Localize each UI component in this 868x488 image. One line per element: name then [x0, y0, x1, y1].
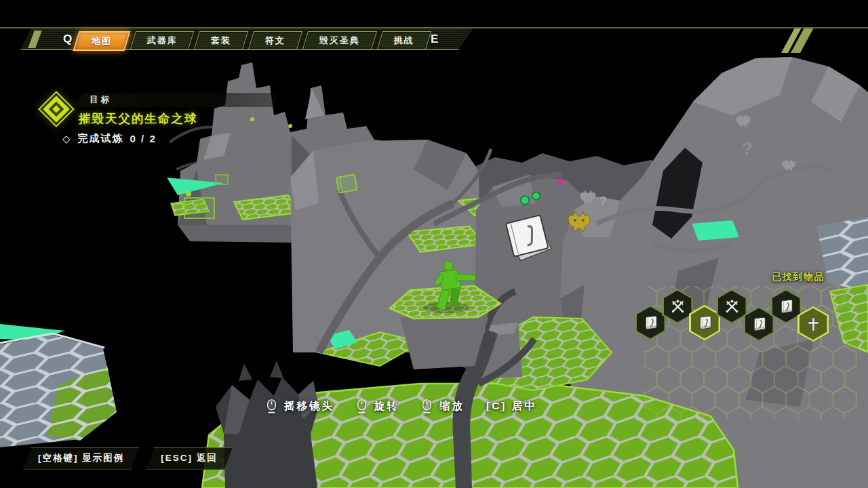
mouse-rotate-icon — [356, 399, 368, 414]
found-items-label: 已找到物品 — [705, 271, 825, 283]
subtask-label: 完成试炼 — [78, 132, 124, 145]
show-legend-button[interactable]: [空格键] 显示图例 — [23, 447, 139, 470]
found-items-hexes — [635, 287, 835, 346]
map-screen: ? ? Q 地图 武器库 套装 符 — [0, 0, 868, 488]
codex-book-icon — [778, 298, 795, 315]
tab-arsenal[interactable]: 武器库 — [130, 31, 194, 49]
tab-runes[interactable]: 符文 — [248, 31, 302, 49]
tab-codex[interactable]: 毁灭圣典 — [302, 31, 377, 49]
tab-map[interactable]: 地图 — [73, 31, 131, 51]
objective-subtask: ◇ 完成试炼 0 / 2 — [62, 132, 157, 145]
tab-challenges[interactable]: 挑战 — [377, 31, 431, 49]
green-book-marker — [336, 174, 357, 192]
crossed-swords-icon — [669, 298, 686, 315]
control-zoom: 缩放 — [421, 399, 465, 414]
question-mark-icon: ? — [742, 138, 753, 159]
codex-book-icon — [642, 314, 659, 331]
objective-panel: 目标 摧毁天父的生命之球 ◇ 完成试炼 0 / 2 — [37, 84, 294, 152]
control-pan: 摇移镜头 — [266, 399, 334, 414]
hotkey-e: E — [431, 33, 438, 46]
cross-icon — [805, 316, 822, 333]
codex-book-icon — [751, 316, 768, 333]
camera-controls: 摇移镜头 旋转 缩放 [C] 居中 — [266, 399, 537, 414]
map-canvas[interactable]: ? ? — [0, 0, 868, 488]
question-mark-icon: ? — [599, 195, 606, 207]
teal-patch-right — [692, 220, 739, 241]
subtask-diamond-icon: ◇ — [62, 133, 72, 145]
tab-bar: 地图 武器库 套装 符文 毁灭圣典 挑战 — [76, 31, 429, 51]
crossed-swords-icon — [724, 298, 741, 315]
control-rotate: 旋转 — [356, 399, 399, 414]
hotkey-q: Q — [63, 33, 72, 46]
objective-diamond-icon — [37, 89, 76, 129]
objective-header-bar: 目标 — [72, 93, 277, 107]
mouse-zoom-icon — [421, 399, 433, 414]
objective-title: 摧毁天父的生命之球 — [79, 110, 198, 127]
topbar-divider-line — [0, 27, 868, 28]
objective-header-label: 目标 — [72, 94, 112, 106]
back-button[interactable]: [ESC] 返回 — [146, 447, 233, 470]
mouse-pan-icon — [266, 399, 277, 414]
subtask-progress: 0 / 2 — [130, 133, 157, 144]
found-item-cross-icon[interactable] — [797, 306, 829, 342]
footer-buttons: [空格键] 显示图例 [ESC] 返回 — [23, 447, 233, 470]
codex-book-icon — [696, 314, 713, 331]
tab-suits[interactable]: 套装 — [194, 31, 248, 49]
control-center: [C] 居中 — [486, 399, 537, 413]
